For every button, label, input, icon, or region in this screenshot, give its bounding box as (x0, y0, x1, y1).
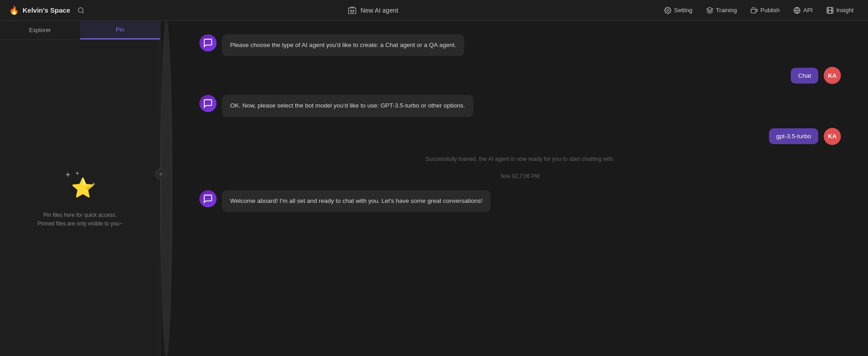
svg-point-3 (350, 10, 351, 11)
message-row: Please choose the type of AI agent you'd… (199, 34, 841, 56)
training-label: Training (716, 7, 737, 14)
setting-icon (664, 7, 671, 14)
message-row-7: Welcome aboard! I'm all set and ready to… (199, 190, 841, 212)
brand-name: Kelvin's Space (23, 6, 70, 14)
training-icon (706, 7, 713, 14)
user-message-row: KA Chat (199, 67, 841, 84)
topbar-right: Setting Training Publish (659, 4, 859, 17)
training-button[interactable]: Training (701, 4, 742, 17)
insight-button[interactable]: Insight (821, 4, 859, 17)
pin-hint-line1: Pin files here for quick access. (38, 211, 123, 220)
pin-hint-line2: Pinned files are only visible to you~ (38, 220, 123, 228)
message-bubble-3: OK. Now, please select the bot model you… (222, 95, 473, 117)
collapse-handle[interactable]: ≡ (160, 21, 172, 356)
main-layout: Explorer Pin + + ⭐ + Pin files here for … (0, 21, 868, 356)
tab-pin[interactable]: Pin (80, 21, 160, 39)
insight-label: Insight (836, 7, 854, 14)
tab-explorer[interactable]: Explorer (0, 21, 80, 39)
collapse-icon[interactable]: ≡ (155, 168, 167, 180)
timestamp: Nov 02,7:06 PM (199, 173, 841, 179)
sidebar-tabs: Explorer Pin (0, 21, 160, 40)
svg-point-4 (353, 10, 354, 11)
message-row-3: OK. Now, please select the bot model you… (199, 95, 841, 117)
agent-title: New AI agent (361, 7, 398, 14)
sidebar-pin-content: + + ⭐ + Pin files here for quick access.… (0, 40, 160, 356)
topbar-left: 🔥 Kelvin's Space (9, 5, 86, 16)
bot-avatar (199, 34, 217, 52)
svg-point-0 (78, 8, 83, 13)
message-bubble-1: Please choose the type of AI agent you'd… (222, 34, 464, 56)
user-avatar-1: KA (824, 67, 841, 84)
pin-illustration: + + ⭐ + (62, 168, 98, 204)
plus-decoration-1: + (66, 170, 71, 180)
api-label: API (803, 7, 813, 14)
insight-icon (826, 7, 834, 14)
brand-icon: 🔥 (9, 5, 19, 15)
user-bubble-2: gpt-3.5-turbo (769, 128, 818, 144)
system-message: Successfully trained, the AI agent is no… (199, 156, 841, 162)
search-button[interactable] (75, 5, 86, 16)
topbar: 🔥 Kelvin's Space New AI agent Setting (0, 0, 868, 21)
publish-button[interactable]: Publish (745, 4, 785, 17)
agent-icon (347, 5, 357, 15)
svg-rect-2 (348, 8, 356, 14)
sidebar: Explorer Pin + + ⭐ + Pin files here for … (0, 21, 160, 356)
brand: 🔥 Kelvin's Space (9, 5, 70, 15)
chat-area: Please choose the type of AI agent you'd… (172, 21, 868, 356)
bot-avatar-2 (199, 95, 217, 112)
setting-label: Setting (674, 7, 692, 14)
pin-hint: Pin files here for quick access. Pinned … (38, 211, 123, 228)
chat-messages[interactable]: Please choose the type of AI agent you'd… (172, 21, 868, 356)
api-button[interactable]: API (788, 4, 818, 17)
svg-line-1 (82, 12, 84, 13)
plus-decoration-2: + (75, 169, 79, 177)
publish-label: Publish (760, 7, 780, 14)
plus-decoration-3: + (92, 180, 95, 187)
publish-icon (750, 7, 758, 14)
setting-button[interactable]: Setting (659, 4, 698, 17)
star-icon: ⭐ (71, 177, 94, 199)
message-bubble-7: Welcome aboard! I'm all set and ready to… (222, 190, 491, 212)
user-message-row-2: KA gpt-3.5-turbo (199, 128, 841, 145)
user-avatar-2: KA (824, 128, 841, 145)
api-icon (793, 7, 801, 14)
agent-title-area: New AI agent (347, 5, 398, 15)
bot-avatar-3 (199, 190, 217, 207)
user-bubble-1: Chat (791, 68, 818, 84)
svg-point-5 (667, 9, 669, 11)
